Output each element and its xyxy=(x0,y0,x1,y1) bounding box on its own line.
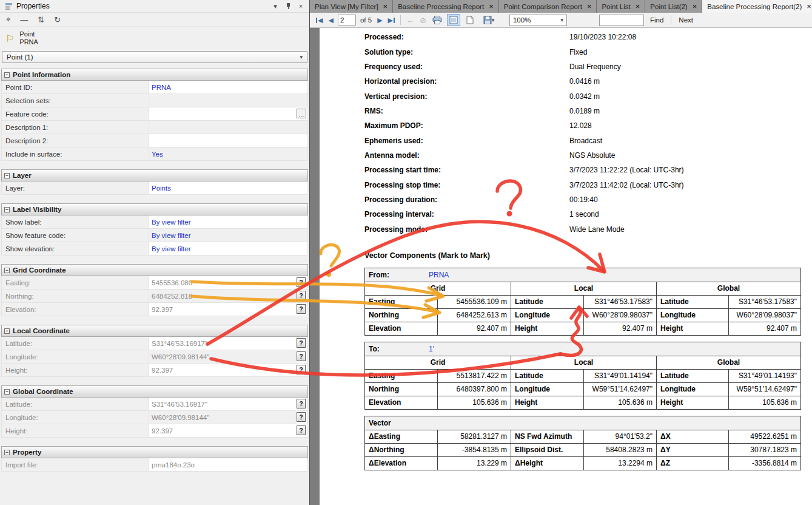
column-group-local: Local xyxy=(511,356,657,369)
page-setup-button[interactable] xyxy=(463,14,477,26)
table-caption-label: To: xyxy=(369,345,429,353)
property-value-point-id[interactable]: PRNA xyxy=(149,81,307,93)
section-header-property[interactable]: −Property xyxy=(1,446,308,458)
world-refresh-icon[interactable]: ↻ xyxy=(54,15,61,24)
property-value-include-in-surface[interactable]: Yes xyxy=(149,147,307,160)
cancel-button[interactable]: ⊘ xyxy=(418,16,428,25)
help-button[interactable]: ? xyxy=(297,277,306,287)
minimize-icon[interactable]: — xyxy=(20,15,28,24)
tab-baseline-processing-report[interactable]: Baseline Processing Report× xyxy=(393,0,499,13)
chevron-down-icon[interactable]: ▾ xyxy=(270,2,280,10)
help-button[interactable]: ? xyxy=(297,365,306,375)
property-value-selection-sets[interactable] xyxy=(149,94,307,107)
cell-label: Height xyxy=(511,322,584,335)
help-button[interactable]: ? xyxy=(297,351,306,361)
section-header-layer[interactable]: −Layer xyxy=(1,169,308,181)
tab-point-list[interactable]: Point List× xyxy=(597,0,645,13)
property-value-height[interactable]: 92.397 xyxy=(149,424,296,437)
print-button[interactable] xyxy=(431,14,444,26)
property-value-show-elevation[interactable]: By view filter xyxy=(149,242,307,255)
property-value-feature-code[interactable] xyxy=(149,107,296,120)
property-value-show-feature-code[interactable]: By view filter xyxy=(149,229,307,242)
previous-page-button[interactable]: ◀ xyxy=(327,16,334,24)
back-button[interactable]: ← xyxy=(405,16,415,25)
properties-titlebar: Properties ▾ × xyxy=(0,0,309,13)
sort-icon[interactable]: ⇅ xyxy=(38,15,44,24)
help-button[interactable]: ? xyxy=(297,291,306,300)
tab-point-list-2[interactable]: Point List(2)× xyxy=(645,0,702,13)
cell-label: ΔNorthing xyxy=(365,443,438,456)
cell-label: Longitude xyxy=(511,382,584,396)
field-value: 0.0342 m xyxy=(569,92,600,101)
property-value-import-file[interactable]: prna184o.23o xyxy=(149,458,307,471)
section-header-grid-coordinate[interactable]: −Grid Coordinate xyxy=(1,264,308,276)
field-value: NGS Absolute xyxy=(569,151,615,160)
property-value-elevation[interactable]: 92.397 xyxy=(149,303,296,316)
property-value-latitude[interactable]: S31°46'53.16917" xyxy=(149,337,296,350)
property-value-height[interactable]: 92.397 xyxy=(149,364,296,376)
property-value-latitude[interactable]: S31°46'53.16917" xyxy=(149,398,296,410)
report-field-processing-mode: Processing mode:Wide Lane Mode xyxy=(364,222,812,236)
last-page-button[interactable]: ▶ xyxy=(387,16,396,24)
help-button[interactable]: ? xyxy=(297,425,306,435)
zoom-select[interactable]: 100% ▾ xyxy=(509,15,567,26)
report-field-processing-stop-time: Processing stop time:3/7/2023 11:42:02 (… xyxy=(364,177,812,192)
property-value-longitude[interactable]: W60°28'09.98144" xyxy=(149,411,296,424)
section-header-label-visibility[interactable]: −Label Visibility xyxy=(1,203,308,215)
first-page-button[interactable]: ◀ xyxy=(315,16,324,24)
report-viewer: Plan View [My Filter]×Baseline Processin… xyxy=(310,0,812,505)
close-icon[interactable]: × xyxy=(587,2,592,10)
find-input[interactable] xyxy=(599,15,644,26)
close-icon[interactable]: × xyxy=(296,2,306,10)
section-header-global-coordinate[interactable]: −Global Coordinate xyxy=(1,385,308,398)
tab-label: Point List(2) xyxy=(650,3,687,10)
pin-icon[interactable] xyxy=(283,2,293,10)
help-button[interactable]: ? xyxy=(297,338,306,348)
report-field-horizontal-precision: Horizontal precision:0.0416 m xyxy=(364,74,812,89)
property-value-description-2[interactable] xyxy=(149,134,307,147)
find-button[interactable]: Find xyxy=(647,16,666,24)
tab-point-comparison-report[interactable]: Point Comparison Report× xyxy=(499,0,597,13)
field-value: 3/7/2023 11:42:02 (Local: UTC-3hr) xyxy=(569,181,684,189)
close-icon[interactable]: × xyxy=(489,2,494,10)
cell-label: NS Fwd Azimuth xyxy=(511,430,584,443)
close-icon[interactable]: × xyxy=(807,2,811,10)
select-mode-icon[interactable]: ⌖ xyxy=(6,15,10,24)
property-value-northing[interactable]: 6484252.818 xyxy=(149,290,296,302)
close-icon[interactable]: × xyxy=(383,2,388,10)
page-number-input[interactable] xyxy=(338,15,356,25)
close-icon[interactable]: × xyxy=(693,2,697,10)
print-layout-toggle[interactable] xyxy=(447,14,460,26)
property-value-description-1[interactable] xyxy=(149,121,307,134)
vector-table: VectorΔEasting58281.3127 mNS Fwd Azimuth… xyxy=(364,416,801,470)
section-header-point-information[interactable]: −Point Information xyxy=(1,69,308,81)
chevron-down-icon: ▾ xyxy=(300,54,303,60)
next-result-button[interactable]: Next xyxy=(676,16,696,24)
field-label: Antenna model: xyxy=(364,151,569,160)
cell-label: Elevation xyxy=(365,396,438,409)
object-selector-dropdown[interactable]: Point (1) ▾ xyxy=(2,51,307,63)
next-page-button[interactable]: ▶ xyxy=(376,16,383,24)
help-button[interactable]: ? xyxy=(297,412,306,422)
property-value-easting[interactable]: 5455536.080 xyxy=(149,276,296,289)
export-save-button[interactable]: ▾ xyxy=(480,14,498,26)
help-button[interactable]: ? xyxy=(297,304,306,314)
close-icon[interactable]: × xyxy=(636,2,640,10)
from-table-mount: From:PRNAGridLocalGlobalEasting5455536.1… xyxy=(364,268,812,336)
page-count-label: of 5 xyxy=(359,16,373,24)
field-label: Processing start time: xyxy=(364,166,569,174)
chevron-down-icon: ▾ xyxy=(560,17,563,23)
section-header-local-coordinate[interactable]: −Local Coordinate xyxy=(1,325,308,337)
property-value-longitude[interactable]: W60°28'09.98144" xyxy=(149,350,296,363)
to-table-mount: To:1'GridLocalGlobalEasting5513817.422 m… xyxy=(364,342,812,410)
tab-baseline-processing-report-2[interactable]: Baseline Processing Report(2)× xyxy=(702,0,812,13)
property-value-show-label[interactable]: By view filter xyxy=(149,215,307,228)
field-label: RMS: xyxy=(364,107,569,115)
cell-value: 105.636 m xyxy=(729,396,801,409)
cell-value: W60°28'09.98037" xyxy=(729,308,801,322)
tab-plan-view-my-filter[interactable]: Plan View [My Filter]× xyxy=(310,0,393,13)
report-field-ephemeris-used: Ephemeris used:Broadcast xyxy=(364,133,812,147)
property-value-layer[interactable]: Points xyxy=(149,181,307,194)
ellipsis-button[interactable]: ... xyxy=(297,109,306,118)
help-button[interactable]: ? xyxy=(297,399,306,408)
